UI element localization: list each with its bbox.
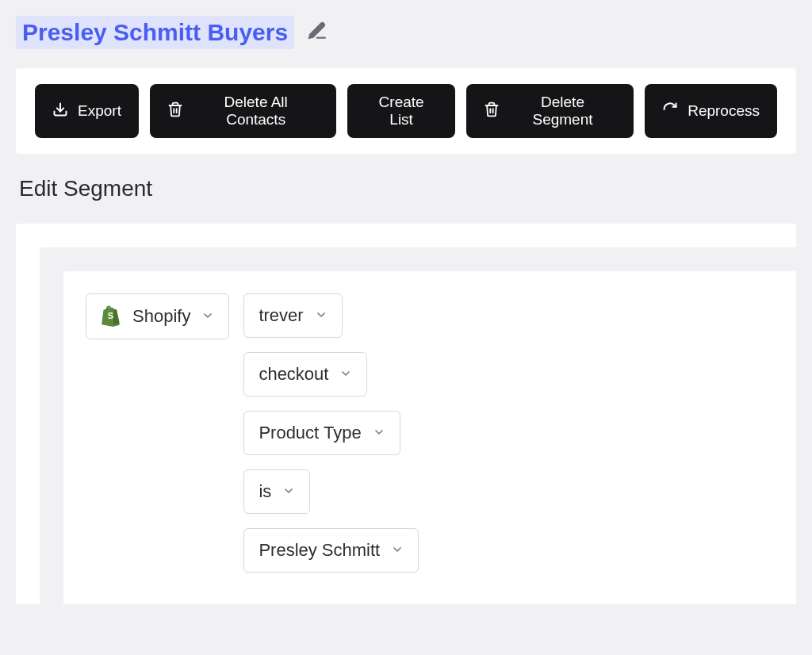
chevron-down-icon <box>282 481 295 502</box>
title-row: Presley Schmitt Buyers <box>16 16 796 49</box>
refresh-icon <box>662 102 678 121</box>
toolbar: Export Delete All Contacts Create List D… <box>16 68 796 154</box>
store-label: trever <box>259 305 303 326</box>
edit-segment-heading: Edit Segment <box>16 176 796 201</box>
export-label: Export <box>78 102 121 120</box>
delete-all-label: Delete All Contacts <box>193 94 320 128</box>
svg-text:S: S <box>108 311 113 320</box>
event-dropdown[interactable]: checkout <box>243 352 367 396</box>
value-label: Presley Schmitt <box>259 540 380 561</box>
delete-all-contacts-button[interactable]: Delete All Contacts <box>150 84 337 138</box>
delete-segment-button[interactable]: Delete Segment <box>466 84 634 138</box>
export-button[interactable]: Export <box>35 84 139 138</box>
create-list-button[interactable]: Create List <box>347 84 454 138</box>
reprocess-label: Reprocess <box>688 102 760 120</box>
source-dropdown[interactable]: S Shopify <box>86 293 229 339</box>
delete-segment-label: Delete Segment <box>509 94 616 128</box>
chevron-down-icon <box>391 540 404 561</box>
page-title[interactable]: Presley Schmitt Buyers <box>16 16 294 49</box>
chevron-down-icon <box>201 306 214 327</box>
store-dropdown[interactable]: trever <box>243 293 342 338</box>
editor-inner: S Shopify trever <box>40 247 796 604</box>
condition-card: S Shopify trever <box>63 271 796 604</box>
operator-label: is <box>259 481 271 502</box>
create-list-label: Create List <box>365 94 437 128</box>
editor-outer: S Shopify trever <box>16 224 796 604</box>
value-dropdown[interactable]: Presley Schmitt <box>243 528 419 573</box>
chevron-down-icon <box>339 364 352 385</box>
event-label: checkout <box>259 364 328 385</box>
reprocess-button[interactable]: Reprocess <box>645 84 777 138</box>
download-icon <box>52 102 68 121</box>
source-label: Shopify <box>132 306 190 327</box>
attribute-dropdown[interactable]: Product Type <box>243 411 400 455</box>
chevron-down-icon <box>373 423 385 443</box>
edit-title-icon[interactable] <box>307 21 327 44</box>
attribute-label: Product Type <box>259 423 361 443</box>
chevron-down-icon <box>315 305 327 326</box>
operator-dropdown[interactable]: is <box>243 469 310 514</box>
shopify-icon: S <box>101 305 121 328</box>
trash-icon <box>167 102 183 121</box>
trash-icon <box>484 102 500 121</box>
